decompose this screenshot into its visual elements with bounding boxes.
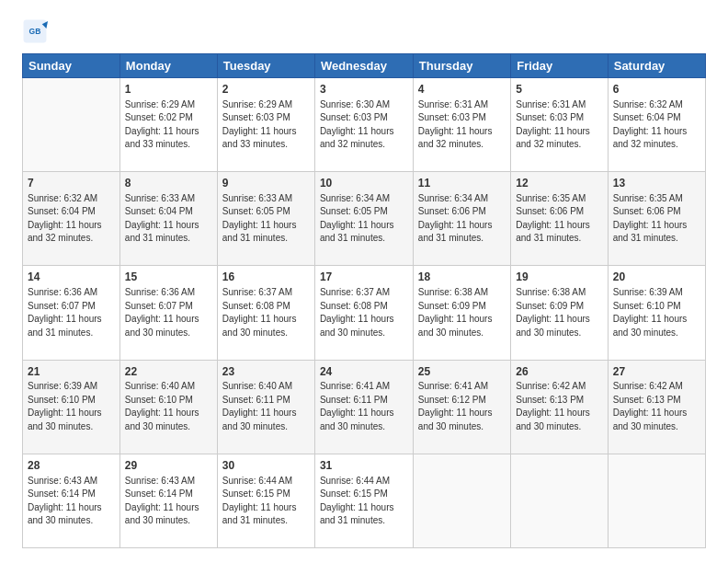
day-info: Sunrise: 6:37 AMSunset: 6:08 PMDaylight:…: [320, 286, 408, 339]
calendar-cell: 5Sunrise: 6:31 AMSunset: 6:03 PMDaylight…: [511, 78, 609, 172]
calendar-week-1: 7Sunrise: 6:32 AMSunset: 6:04 PMDaylight…: [23, 172, 706, 266]
day-number: 10: [320, 176, 408, 191]
day-number: 17: [320, 270, 408, 285]
day-info: Sunrise: 6:39 AMSunset: 6:10 PMDaylight:…: [28, 380, 115, 433]
day-number: 20: [613, 270, 700, 285]
day-info: Sunrise: 6:33 AMSunset: 6:04 PMDaylight:…: [125, 192, 212, 246]
calendar-cell: 12Sunrise: 6:35 AMSunset: 6:06 PMDayligh…: [511, 172, 609, 266]
calendar-cell: 15Sunrise: 6:36 AMSunset: 6:07 PMDayligh…: [119, 266, 217, 360]
day-number: 1: [125, 82, 212, 98]
day-info: Sunrise: 6:44 AMSunset: 6:15 PMDaylight:…: [320, 475, 408, 528]
day-info: Sunrise: 6:41 AMSunset: 6:12 PMDaylight:…: [418, 380, 506, 433]
day-info: Sunrise: 6:30 AMSunset: 6:03 PMDaylight:…: [320, 98, 408, 152]
day-info: Sunrise: 6:37 AMSunset: 6:08 PMDaylight:…: [222, 286, 310, 339]
day-number: 11: [418, 176, 506, 191]
day-info: Sunrise: 6:39 AMSunset: 6:10 PMDaylight:…: [613, 286, 700, 339]
calendar-cell: 30Sunrise: 6:44 AMSunset: 6:15 PMDayligh…: [217, 454, 314, 547]
day-number: 7: [28, 176, 115, 191]
day-number: 2: [222, 82, 310, 98]
calendar-cell: 13Sunrise: 6:35 AMSunset: 6:06 PMDayligh…: [608, 172, 705, 266]
calendar-cell: 27Sunrise: 6:42 AMSunset: 6:13 PMDayligh…: [608, 360, 705, 454]
col-tuesday: Tuesday: [217, 54, 314, 78]
day-info: Sunrise: 6:42 AMSunset: 6:13 PMDaylight:…: [613, 380, 700, 433]
col-monday: Monday: [119, 54, 217, 78]
header-row: Sunday Monday Tuesday Wednesday Thursday…: [23, 54, 706, 78]
day-info: Sunrise: 6:34 AMSunset: 6:05 PMDaylight:…: [320, 192, 408, 246]
day-number: 25: [418, 364, 506, 380]
calendar-cell: 16Sunrise: 6:37 AMSunset: 6:08 PMDayligh…: [217, 266, 314, 360]
calendar-week-4: 28Sunrise: 6:43 AMSunset: 6:14 PMDayligh…: [23, 454, 706, 547]
day-info: Sunrise: 6:36 AMSunset: 6:07 PMDaylight:…: [125, 286, 212, 339]
day-number: 5: [516, 82, 603, 98]
calendar-cell: 3Sunrise: 6:30 AMSunset: 6:03 PMDaylight…: [314, 78, 413, 172]
calendar-cell: 17Sunrise: 6:37 AMSunset: 6:08 PMDayligh…: [314, 266, 413, 360]
svg-text:GB: GB: [29, 27, 41, 36]
calendar-cell: 23Sunrise: 6:40 AMSunset: 6:11 PMDayligh…: [217, 360, 314, 454]
calendar-cell: 10Sunrise: 6:34 AMSunset: 6:05 PMDayligh…: [314, 172, 413, 266]
logo: GB: [22, 18, 51, 44]
calendar-cell: 31Sunrise: 6:44 AMSunset: 6:15 PMDayligh…: [314, 454, 413, 547]
day-number: 15: [125, 270, 212, 285]
day-number: 30: [222, 458, 310, 474]
calendar-cell: 4Sunrise: 6:31 AMSunset: 6:03 PMDaylight…: [413, 78, 510, 172]
day-info: Sunrise: 6:29 AMSunset: 6:02 PMDaylight:…: [125, 98, 212, 152]
calendar-cell: [413, 454, 510, 547]
logo-icon: GB: [22, 18, 48, 44]
day-number: 19: [516, 270, 603, 285]
calendar-cell: 14Sunrise: 6:36 AMSunset: 6:07 PMDayligh…: [23, 266, 120, 360]
calendar-header: Sunday Monday Tuesday Wednesday Thursday…: [23, 54, 706, 78]
day-info: Sunrise: 6:40 AMSunset: 6:10 PMDaylight:…: [125, 380, 212, 433]
calendar-cell: 2Sunrise: 6:29 AMSunset: 6:03 PMDaylight…: [217, 78, 314, 172]
day-number: 18: [418, 270, 506, 285]
day-info: Sunrise: 6:36 AMSunset: 6:07 PMDaylight:…: [28, 286, 115, 339]
day-info: Sunrise: 6:31 AMSunset: 6:03 PMDaylight:…: [516, 98, 603, 152]
day-number: 21: [28, 364, 115, 380]
day-number: 22: [125, 364, 212, 380]
calendar-cell: 7Sunrise: 6:32 AMSunset: 6:04 PMDaylight…: [23, 172, 120, 266]
page: GB Sunday Monday Tuesday Wednesday Thurs…: [0, 0, 728, 563]
calendar-cell: [511, 454, 609, 547]
day-info: Sunrise: 6:43 AMSunset: 6:14 PMDaylight:…: [28, 475, 115, 528]
day-info: Sunrise: 6:33 AMSunset: 6:05 PMDaylight:…: [222, 192, 310, 246]
calendar-week-0: 1Sunrise: 6:29 AMSunset: 6:02 PMDaylight…: [23, 78, 706, 172]
day-number: 27: [613, 364, 700, 380]
calendar-cell: 29Sunrise: 6:43 AMSunset: 6:14 PMDayligh…: [119, 454, 217, 547]
day-info: Sunrise: 6:29 AMSunset: 6:03 PMDaylight:…: [222, 98, 310, 152]
day-number: 4: [418, 82, 506, 98]
day-info: Sunrise: 6:32 AMSunset: 6:04 PMDaylight:…: [28, 192, 115, 246]
calendar-week-2: 14Sunrise: 6:36 AMSunset: 6:07 PMDayligh…: [23, 266, 706, 360]
day-number: 24: [320, 364, 408, 380]
day-number: 23: [222, 364, 310, 380]
calendar-cell: 9Sunrise: 6:33 AMSunset: 6:05 PMDaylight…: [217, 172, 314, 266]
day-number: 16: [222, 270, 310, 285]
day-number: 14: [28, 270, 115, 285]
calendar-table: Sunday Monday Tuesday Wednesday Thursday…: [22, 53, 706, 548]
col-thursday: Thursday: [413, 54, 510, 78]
day-info: Sunrise: 6:40 AMSunset: 6:11 PMDaylight:…: [222, 380, 310, 433]
day-number: 12: [516, 176, 603, 191]
day-number: 31: [320, 458, 408, 474]
calendar-cell: 1Sunrise: 6:29 AMSunset: 6:02 PMDaylight…: [119, 78, 217, 172]
calendar-cell: 28Sunrise: 6:43 AMSunset: 6:14 PMDayligh…: [23, 454, 120, 547]
calendar-cell: 26Sunrise: 6:42 AMSunset: 6:13 PMDayligh…: [511, 360, 609, 454]
day-info: Sunrise: 6:41 AMSunset: 6:11 PMDaylight:…: [320, 380, 408, 433]
day-info: Sunrise: 6:35 AMSunset: 6:06 PMDaylight:…: [516, 192, 603, 246]
col-wednesday: Wednesday: [314, 54, 413, 78]
calendar-cell: 6Sunrise: 6:32 AMSunset: 6:04 PMDaylight…: [608, 78, 705, 172]
day-info: Sunrise: 6:34 AMSunset: 6:06 PMDaylight:…: [418, 192, 506, 246]
calendar-cell: 21Sunrise: 6:39 AMSunset: 6:10 PMDayligh…: [23, 360, 120, 454]
calendar-cell: 18Sunrise: 6:38 AMSunset: 6:09 PMDayligh…: [413, 266, 510, 360]
day-number: 26: [516, 364, 603, 380]
day-info: Sunrise: 6:31 AMSunset: 6:03 PMDaylight:…: [418, 98, 506, 152]
calendar-cell: 11Sunrise: 6:34 AMSunset: 6:06 PMDayligh…: [413, 172, 510, 266]
day-info: Sunrise: 6:35 AMSunset: 6:06 PMDaylight:…: [613, 192, 700, 246]
calendar-cell: 24Sunrise: 6:41 AMSunset: 6:11 PMDayligh…: [314, 360, 413, 454]
day-info: Sunrise: 6:38 AMSunset: 6:09 PMDaylight:…: [418, 286, 506, 339]
day-number: 6: [613, 82, 700, 98]
day-number: 13: [613, 176, 700, 191]
calendar-cell: [608, 454, 705, 547]
day-number: 29: [125, 458, 212, 474]
calendar-cell: 19Sunrise: 6:38 AMSunset: 6:09 PMDayligh…: [511, 266, 609, 360]
calendar-cell: 8Sunrise: 6:33 AMSunset: 6:04 PMDaylight…: [119, 172, 217, 266]
day-number: 9: [222, 176, 310, 191]
